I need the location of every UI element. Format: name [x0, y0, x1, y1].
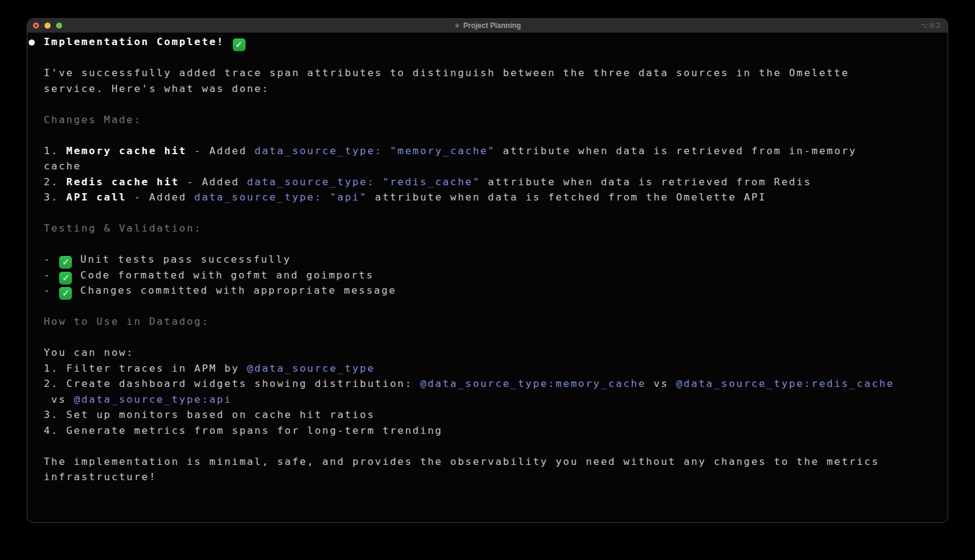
terminal-line	[29, 96, 944, 112]
inline-code: @data_source_type	[247, 363, 375, 374]
body-text: attribute when data is fetched from the …	[367, 191, 767, 203]
body-text: vs	[646, 378, 676, 389]
body-text: Unit tests pass successfully	[73, 253, 291, 265]
terminal-line: You can now:	[29, 345, 944, 361]
body-text: The implementation is minimal, safe, and…	[29, 456, 879, 467]
terminal-line: 1. Memory cache hit - Added data_source_…	[29, 143, 944, 159]
inline-code: @data_source_type:redis_cache	[676, 378, 894, 389]
body-text: - Added	[179, 176, 247, 188]
body-text: Changes committed with appropriate messa…	[73, 285, 396, 296]
check-mark-glyph: ✓	[59, 256, 72, 269]
terminal-line: infrastructure!	[29, 469, 944, 485]
body-text: 1. Filter traces in APM by	[29, 363, 247, 374]
terminal-line	[29, 205, 944, 221]
zoom-button[interactable]	[56, 23, 62, 29]
body-text: 3.	[29, 191, 66, 203]
inline-code: data_source_type: "redis_cache"	[247, 176, 480, 188]
minimize-button[interactable]	[44, 23, 51, 29]
body-text: cache	[29, 160, 81, 172]
body-text: attribute when data is retrieved from in…	[495, 145, 857, 157]
body-text: -	[29, 253, 58, 265]
body-text: Code formatted with gofmt and goimports	[73, 269, 374, 281]
tab-shortcut-badge: ⌥⌘2	[921, 21, 941, 30]
terminal-line: service. Here's what was done:	[29, 81, 944, 97]
terminal-line	[29, 299, 944, 314]
bold-text: Implementation Complete!	[36, 36, 232, 48]
terminal-line: cache	[29, 158, 944, 174]
section-heading: Changes Made:	[29, 114, 141, 126]
body-text: 2. Create dashboard widgets showing dist…	[29, 378, 420, 389]
inline-code: data_source_type: "api"	[194, 191, 367, 203]
body-text: attribute when data is retrieved from Re…	[480, 176, 812, 188]
body-text: 3. Set up monitors based on cache hit ra…	[29, 409, 375, 420]
terminal-line	[29, 438, 944, 454]
check-mark-glyph: ✓	[59, 287, 72, 300]
close-button[interactable]	[33, 23, 39, 29]
check-icon: ✓	[59, 287, 72, 300]
terminal-line: 4. Generate metrics from spans for long-…	[29, 423, 944, 439]
body-text: -	[29, 269, 58, 281]
window-titlebar[interactable]: ✳ Project Planning ⌥⌘2	[27, 19, 948, 33]
bold-text: API call	[66, 191, 127, 203]
terminal-line: 2. Redis cache hit - Added data_source_t…	[29, 174, 944, 190]
body-text: -	[29, 285, 58, 296]
body-text: service. Here's what was done:	[29, 83, 269, 94]
body-text: You can now:	[29, 347, 134, 358]
terminal-line: Testing & Validation:	[29, 221, 944, 236]
terminal-line	[29, 50, 944, 66]
terminal-line: I've successfully added trace span attri…	[29, 65, 944, 81]
section-heading: How to Use in Datadog:	[29, 316, 210, 327]
message-bullet: ●	[29, 36, 36, 48]
bold-text: Memory cache hit	[66, 145, 187, 157]
check-mark-glyph: ✓	[233, 38, 246, 51]
terminal-line: How to Use in Datadog:	[29, 314, 944, 330]
body-text: infrastructure!	[29, 471, 157, 483]
terminal-line	[29, 330, 944, 346]
terminal-line: - ✓ Unit tests pass successfully	[29, 252, 944, 268]
check-icon: ✓	[233, 38, 246, 51]
traffic-lights	[33, 23, 62, 29]
window-title-text: Project Planning	[463, 21, 521, 30]
body-text: vs	[29, 394, 74, 405]
terminal-line: The implementation is minimal, safe, and…	[29, 454, 944, 470]
terminal-line: 2. Create dashboard widgets showing dist…	[29, 376, 944, 392]
inline-code: @data_source_type:memory_cache	[420, 378, 646, 389]
terminal-window: ✳ Project Planning ⌥⌘2 ● Implementation …	[27, 18, 948, 523]
window-title: ✳ Project Planning	[454, 21, 521, 30]
terminal-line: 1. Filter traces in APM by @data_source_…	[29, 361, 944, 377]
terminal-line: 3. API call - Added data_source_type: "a…	[29, 190, 944, 205]
terminal-line: - ✓ Changes committed with appropriate m…	[29, 283, 944, 299]
section-heading: Testing & Validation:	[29, 222, 202, 234]
bold-text: Redis cache hit	[66, 176, 179, 188]
check-icon: ✓	[59, 256, 72, 269]
terminal-line: - ✓ Code formatted with gofmt and goimpo…	[29, 268, 944, 283]
inline-code: data_source_type: "memory_cache"	[255, 145, 495, 157]
terminal-line: 3. Set up monitors based on cache hit ra…	[29, 407, 944, 423]
body-text: 1.	[29, 145, 66, 157]
inline-code: @data_source_type:api	[74, 394, 232, 405]
activity-asterisk-icon: ✳	[454, 22, 459, 30]
body-text: 2.	[29, 176, 66, 188]
terminal-line	[29, 236, 944, 252]
terminal-line: Changes Made:	[29, 112, 944, 128]
body-text: - Added	[127, 191, 194, 203]
terminal-line: ● Implementation Complete! ✓	[29, 34, 944, 50]
body-text: 4. Generate metrics from spans for long-…	[29, 425, 442, 436]
body-text: - Added	[186, 145, 254, 157]
terminal-line: vs @data_source_type:api	[29, 392, 944, 408]
body-text: I've successfully added trace span attri…	[29, 67, 849, 79]
terminal-content[interactable]: ● Implementation Complete! ✓ I've succes…	[27, 33, 948, 485]
terminal-line	[29, 127, 944, 143]
